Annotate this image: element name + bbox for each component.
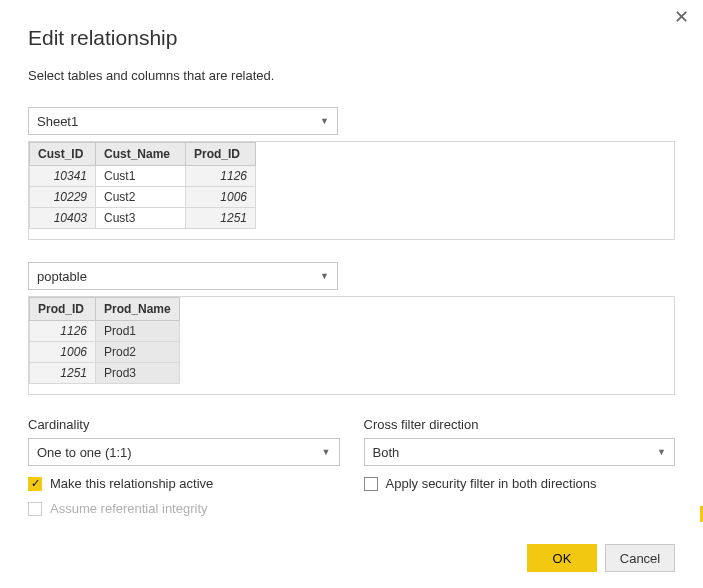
assume-ref-checkbox: Assume referential integrity <box>28 501 340 516</box>
table1-col-custid[interactable]: Cust_ID <box>30 143 96 166</box>
table1-select-value: Sheet1 <box>37 114 78 129</box>
cell: Cust3 <box>96 208 186 229</box>
cell: 10229 <box>30 187 96 208</box>
table-row[interactable]: 10403 Cust3 1251 <box>30 208 256 229</box>
cell: 1251 <box>30 363 96 384</box>
table1-preview: Cust_ID Cust_Name Prod_ID 10341 Cust1 11… <box>28 141 675 240</box>
table-row[interactable]: 10229 Cust2 1006 <box>30 187 256 208</box>
table1-col-prodid[interactable]: Prod_ID <box>186 143 256 166</box>
apply-security-label: Apply security filter in both directions <box>386 476 597 491</box>
apply-security-checkbox[interactable]: Apply security filter in both directions <box>364 476 676 491</box>
dialog-title: Edit relationship <box>28 26 675 50</box>
crossfilter-value: Both <box>373 445 400 460</box>
cell: Prod1 <box>96 321 180 342</box>
checkbox-unchecked-icon <box>364 477 378 491</box>
cancel-button[interactable]: Cancel <box>605 544 675 572</box>
checkbox-unchecked-icon <box>28 502 42 516</box>
chevron-down-icon: ▼ <box>320 271 329 281</box>
table-row[interactable]: 1126 Prod1 <box>30 321 180 342</box>
crossfilter-label: Cross filter direction <box>364 417 676 432</box>
table1-grid[interactable]: Cust_ID Cust_Name Prod_ID 10341 Cust1 11… <box>29 142 256 229</box>
cell: Cust1 <box>96 166 186 187</box>
table2-select-value: poptable <box>37 269 87 284</box>
make-active-label: Make this relationship active <box>50 476 213 491</box>
crossfilter-select[interactable]: Both ▼ <box>364 438 676 466</box>
table1-col-custname[interactable]: Cust_Name <box>96 143 186 166</box>
cell: 10403 <box>30 208 96 229</box>
checkbox-checked-icon: ✓ <box>28 477 42 491</box>
cell: 1126 <box>30 321 96 342</box>
cell: Prod2 <box>96 342 180 363</box>
chevron-down-icon: ▼ <box>320 116 329 126</box>
cardinality-label: Cardinality <box>28 417 340 432</box>
cell: 1251 <box>186 208 256 229</box>
table2-select[interactable]: poptable ▼ <box>28 262 338 290</box>
table2-col-prodid[interactable]: Prod_ID <box>30 298 96 321</box>
cell: 10341 <box>30 166 96 187</box>
cardinality-value: One to one (1:1) <box>37 445 132 460</box>
table-row[interactable]: 1251 Prod3 <box>30 363 180 384</box>
table-row[interactable]: 1006 Prod2 <box>30 342 180 363</box>
table2-grid[interactable]: Prod_ID Prod_Name 1126 Prod1 1006 Prod2 … <box>29 297 180 384</box>
cell: Prod3 <box>96 363 180 384</box>
table2-preview: Prod_ID Prod_Name 1126 Prod1 1006 Prod2 … <box>28 296 675 395</box>
table2-col-prodname[interactable]: Prod_Name <box>96 298 180 321</box>
dialog-subtitle: Select tables and columns that are relat… <box>28 68 675 83</box>
cell: Cust2 <box>96 187 186 208</box>
cell: 1126 <box>186 166 256 187</box>
close-icon[interactable]: ✕ <box>674 6 689 28</box>
ok-button[interactable]: OK <box>527 544 597 572</box>
chevron-down-icon: ▼ <box>657 447 666 457</box>
cell: 1006 <box>186 187 256 208</box>
chevron-down-icon: ▼ <box>322 447 331 457</box>
assume-ref-label: Assume referential integrity <box>50 501 208 516</box>
cell: 1006 <box>30 342 96 363</box>
cardinality-select[interactable]: One to one (1:1) ▼ <box>28 438 340 466</box>
dialog-footer: OK Cancel <box>527 544 675 572</box>
make-active-checkbox[interactable]: ✓ Make this relationship active <box>28 476 340 491</box>
table1-select[interactable]: Sheet1 ▼ <box>28 107 338 135</box>
table-row[interactable]: 10341 Cust1 1126 <box>30 166 256 187</box>
